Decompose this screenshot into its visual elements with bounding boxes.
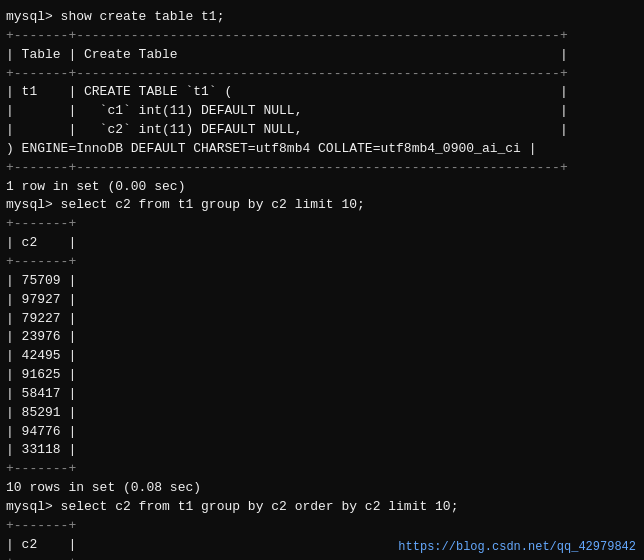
terminal-line: 10 rows in set (0.08 sec) (6, 479, 638, 498)
terminal-line: | 97927 | (6, 291, 638, 310)
terminal-line: | c2 | (6, 234, 638, 253)
terminal-line: | Table | Create Table | (6, 46, 638, 65)
terminal-line: +-------+-------------------------------… (6, 159, 638, 178)
terminal-line: mysql> select c2 from t1 group by c2 ord… (6, 498, 638, 517)
terminal-line: | | `c2` int(11) DEFAULT NULL, | (6, 121, 638, 140)
terminal-output: mysql> show create table t1;+-------+---… (6, 8, 638, 560)
terminal-line: | 75709 | (6, 272, 638, 291)
terminal-line: +-------+ (6, 460, 638, 479)
terminal-line: | 58417 | (6, 385, 638, 404)
url-bar: https://blog.csdn.net/qq_42979842 (398, 540, 636, 554)
terminal-line: | 85291 | (6, 404, 638, 423)
terminal-window: mysql> show create table t1;+-------+---… (0, 0, 644, 560)
terminal-line: +-------+ (6, 554, 638, 560)
terminal-line: | 94776 | (6, 423, 638, 442)
terminal-line: | 91625 | (6, 366, 638, 385)
terminal-line: mysql> select c2 from t1 group by c2 lim… (6, 196, 638, 215)
terminal-line: +-------+-------------------------------… (6, 27, 638, 46)
terminal-line: ) ENGINE=InnoDB DEFAULT CHARSET=utf8mb4 … (6, 140, 638, 159)
terminal-line: +-------+ (6, 517, 638, 536)
terminal-line: | 33118 | (6, 441, 638, 460)
terminal-line: | | `c1` int(11) DEFAULT NULL, | (6, 102, 638, 121)
terminal-line: +-------+ (6, 253, 638, 272)
terminal-line: +-------+ (6, 215, 638, 234)
terminal-line: | 79227 | (6, 310, 638, 329)
terminal-line: mysql> show create table t1; (6, 8, 638, 27)
terminal-line: 1 row in set (0.00 sec) (6, 178, 638, 197)
terminal-line: | t1 | CREATE TABLE `t1` ( | (6, 83, 638, 102)
terminal-line: | 42495 | (6, 347, 638, 366)
terminal-line: +-------+-------------------------------… (6, 65, 638, 84)
terminal-line: | 23976 | (6, 328, 638, 347)
